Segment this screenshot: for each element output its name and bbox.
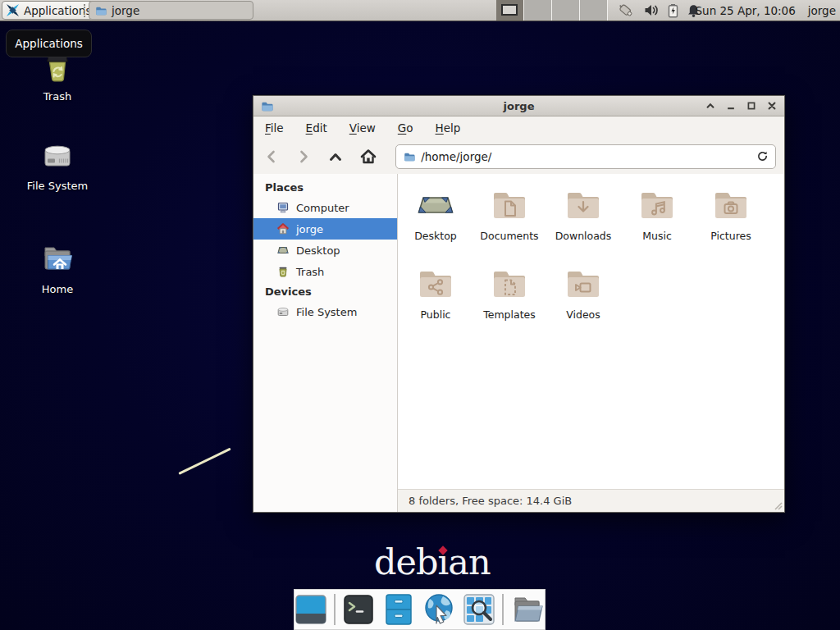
workspace-switcher (496, 0, 608, 21)
open-folder-icon (510, 593, 545, 626)
sidebar-item-file-system[interactable]: File System (253, 301, 397, 322)
status-text: 8 folders, Free space: 14.4 GiB (409, 495, 572, 507)
file-manager-button[interactable] (382, 592, 415, 627)
folder-item-documents[interactable]: Documents (472, 185, 546, 264)
menu-view[interactable]: View (349, 121, 376, 135)
location-folder-icon (403, 151, 415, 162)
clock[interactable]: Sun 25 Apr, 10:06 (696, 4, 796, 17)
applications-menu-icon (6, 3, 20, 17)
taskbar-window-label: jorge (112, 4, 139, 17)
application-finder-button[interactable] (463, 592, 495, 627)
debian-logo: debıan (374, 541, 491, 582)
workspace-2[interactable] (524, 0, 552, 21)
desktop-pad-icon (416, 185, 455, 225)
dock-separator (502, 594, 504, 625)
public-folder-icon (416, 264, 455, 304)
shade-button[interactable] (705, 100, 716, 112)
folder-item-desktop[interactable]: Desktop (399, 185, 472, 264)
panel-handle (84, 4, 87, 17)
location-bar[interactable]: /home/jorge/ (395, 144, 776, 169)
desktop-icon-file-system[interactable]: File System (18, 136, 97, 192)
battery-icon[interactable] (667, 3, 679, 18)
hard-disk-icon (276, 305, 290, 318)
desktop-icon-label: Trash (43, 90, 71, 103)
window-titlebar[interactable]: jorge (253, 96, 784, 116)
folder-item-pictures[interactable]: Pictures (694, 185, 768, 264)
show-desktop-icon (294, 593, 327, 626)
clock-area: Sun 25 Apr, 10:06 jorge (696, 0, 837, 21)
minimize-button[interactable] (725, 100, 737, 112)
templates-folder-icon (490, 264, 529, 304)
desktop-icon-home[interactable]: Home (18, 240, 97, 295)
panel-username: jorge (808, 4, 836, 17)
toolbar: /home/jorge/ (253, 139, 784, 174)
desktop: Applications jorge (0, 0, 840, 630)
folder-item-templates[interactable]: Templates (472, 264, 546, 343)
trash-icon (276, 265, 290, 278)
workspace-window-preview (501, 4, 518, 16)
folder-item-downloads[interactable]: Downloads (546, 185, 620, 264)
folder-item-music[interactable]: Music (620, 185, 694, 264)
back-button[interactable] (262, 147, 281, 167)
sidebar-item-jorge[interactable]: jorge (253, 218, 397, 240)
menu-edit[interactable]: Edit (306, 121, 327, 135)
home-icon (276, 222, 290, 235)
forward-button[interactable] (294, 147, 313, 167)
folder-icon (94, 5, 107, 16)
menubar: File Edit View Go Help (253, 116, 784, 139)
directory-button[interactable] (510, 592, 545, 627)
network-icon[interactable] (617, 2, 637, 19)
folder-item-public[interactable]: Public (399, 264, 472, 343)
dock-panel (294, 589, 546, 630)
up-button[interactable] (326, 147, 345, 167)
workspace-1[interactable] (496, 0, 524, 21)
show-desktop-button[interactable] (294, 592, 327, 627)
sidebar-item-trash[interactable]: Trash (253, 261, 397, 282)
documents-folder-icon (490, 185, 529, 225)
menu-help[interactable]: Help (436, 121, 461, 135)
devices-header: Devices (253, 282, 397, 301)
dock-separator (334, 594, 336, 625)
terminal-button[interactable] (342, 592, 375, 627)
hard-disk-icon (38, 136, 77, 174)
applications-menu-label: Applications (24, 4, 91, 17)
volume-icon[interactable] (644, 3, 660, 17)
videos-folder-icon (564, 264, 603, 304)
sidebar-item-computer[interactable]: Computer (253, 197, 397, 218)
menu-file[interactable]: File (265, 121, 284, 135)
statusbar: 8 folders, Free space: 14.4 GiB (398, 489, 784, 512)
home-button[interactable] (358, 147, 377, 167)
system-tray (617, 0, 701, 21)
web-browser-button[interactable] (422, 592, 456, 627)
taskbar-window-button[interactable]: jorge (89, 1, 253, 20)
computer-icon (276, 201, 290, 214)
home-folder-icon (38, 240, 77, 277)
location-path[interactable]: /home/jorge/ (421, 150, 751, 163)
sidebar-item-desktop[interactable]: Desktop (253, 240, 397, 261)
maximize-button[interactable] (746, 100, 757, 112)
menu-go[interactable]: Go (398, 121, 413, 135)
applications-tooltip: Applications (6, 30, 92, 57)
desktop-icon (276, 244, 290, 257)
reload-icon[interactable] (756, 150, 769, 162)
resize-grip[interactable] (773, 500, 783, 510)
close-button[interactable] (766, 100, 778, 112)
file-cabinet-icon (384, 593, 413, 626)
icon-view[interactable]: Desktop Documents (398, 174, 784, 489)
pictures-folder-icon (711, 185, 751, 225)
folder-item-videos[interactable]: Videos (546, 264, 620, 343)
cursor-trail-artifact (178, 448, 231, 475)
web-browser-icon (422, 592, 456, 627)
desktop-icon-label: File System (27, 180, 88, 192)
side-pane: Places Computer jo (253, 174, 398, 512)
downloads-folder-icon (564, 185, 603, 225)
workspace-3[interactable] (552, 0, 580, 21)
application-finder-icon (463, 593, 495, 626)
music-folder-icon (637, 185, 677, 225)
desktop-icon-label: Home (42, 283, 73, 295)
terminal-icon (343, 594, 374, 625)
top-panel: Applications jorge (0, 0, 840, 21)
workspace-4[interactable] (580, 0, 608, 21)
file-manager-window: jorge File Edit View Go Help (253, 95, 785, 513)
places-header: Places (253, 178, 397, 197)
